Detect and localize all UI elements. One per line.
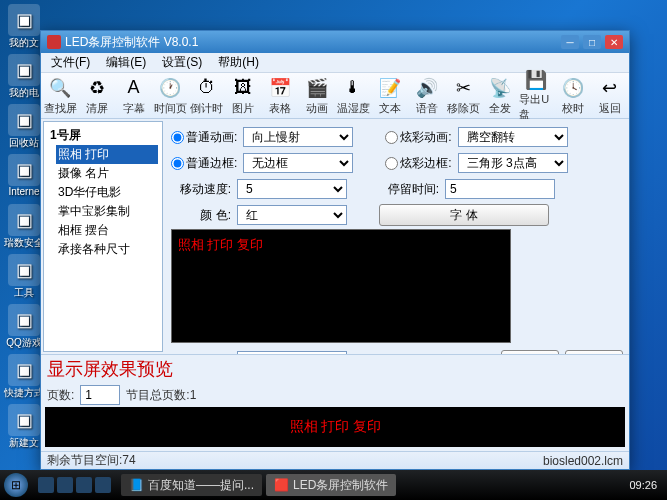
text-preview: 照相 打印 复印 [171,229,511,343]
menu-item[interactable]: 帮助(H) [212,52,265,73]
toolbar-全发[interactable]: 📡全发 [483,75,518,117]
desktop-icon-label: 我的文 [9,36,39,50]
toolbar-清屏[interactable]: ♻清屏 [80,75,115,117]
toolbar-label: 返回 [599,101,621,116]
toolbar-校时[interactable]: 🕓校时 [556,75,591,117]
desktop-icon[interactable]: ▣QQ游戏 [4,304,44,350]
window-title: LED条屏控制软件 V8.0.1 [65,34,561,51]
清屏-icon: ♻ [85,76,109,100]
desktop-icon-label: Interne [8,186,39,197]
desktop-icon[interactable]: ▣新建文 [4,404,44,450]
stay-label: 停留时间: [379,181,439,198]
taskbar-item[interactable]: 📘百度知道——提问... [121,474,262,496]
tree-item[interactable]: 摄像 名片 [56,164,158,183]
clock[interactable]: 09:26 [623,479,663,491]
stay-input[interactable] [445,179,555,199]
font-button[interactable]: 字 体 [379,204,549,226]
anim-cool-radio[interactable] [385,131,398,144]
total-pages-label: 节目总页数:1 [126,387,196,404]
status-right: biosled002.lcm [543,454,623,468]
tree-item[interactable]: 3D华仔电影 [56,183,158,202]
preview-title: 显示屏效果预览 [47,357,173,381]
toolbar-label: 全发 [489,101,511,116]
anim-normal-radio[interactable] [171,131,184,144]
ql-icon[interactable] [57,477,73,493]
desktop-icon-label: 我的电 [9,86,39,100]
close-button[interactable]: ✕ [605,35,623,49]
toolbar-查找屏[interactable]: 🔍查找屏 [43,75,78,117]
desktop-icon[interactable]: ▣我的文 [4,4,44,50]
toolbar-表格[interactable]: 📅表格 [263,75,298,117]
toolbar-返回[interactable]: ↩返回 [592,75,627,117]
toolbar-导出U盘[interactable]: 💾导出U盘 [519,75,554,117]
menu-item[interactable]: 编辑(E) [100,52,152,73]
toolbar-时间页[interactable]: 🕐时间页 [153,75,188,117]
全发-icon: 📡 [488,76,512,100]
taskbar-item-icon: 🟥 [274,478,289,492]
toolbar-动画[interactable]: 🎬动画 [299,75,334,117]
动画-icon: 🎬 [305,76,329,100]
speed-select[interactable]: 5 [237,179,347,199]
status-bar: 剩余节目空间:74 biosled002.lcm [41,451,629,469]
toolbar-label: 移除页 [447,101,480,116]
ql-icon[interactable] [38,477,54,493]
color-select[interactable]: 红 [237,205,347,225]
tree-root[interactable]: 1号屏 [48,126,158,145]
ql-icon[interactable] [76,477,92,493]
border-normal-select[interactable]: 无边框 [243,153,353,173]
desktop-icon[interactable]: ▣工具 [4,254,44,300]
anim-normal-select[interactable]: 向上慢射 [243,127,353,147]
toolbar-移除页[interactable]: ✂移除页 [446,75,481,117]
anim-cool-label: 炫彩动画: [400,129,451,146]
ql-icon[interactable] [95,477,111,493]
tree-item[interactable]: 掌中宝影集制 [56,202,158,221]
toolbar: 🔍查找屏♻清屏A字幕🕐时间页⏱倒计时🖼图片📅表格🎬动画🌡温湿度📝文本🔊语音✂移除… [41,73,629,119]
desktop-icon[interactable]: ▣Interne [4,154,44,200]
maximize-button[interactable]: □ [583,35,601,49]
toolbar-字幕[interactable]: A字幕 [116,75,151,117]
border-normal-radio[interactable] [171,157,184,170]
语音-icon: 🔊 [415,76,439,100]
border-cool-label: 炫彩边框: [400,155,451,172]
toolbar-图片[interactable]: 🖼图片 [226,75,261,117]
desktop-icon[interactable]: ▣瑞数安全 [4,204,44,250]
pages-input[interactable] [80,385,120,405]
menu-item[interactable]: 设置(S) [156,52,208,73]
start-button[interactable]: ⊞ [4,473,28,497]
speed-label: 移动速度: [171,181,231,198]
toolbar-语音[interactable]: 🔊语音 [409,75,444,117]
taskbar: ⊞ 📘百度知道——提问...🟥LED条屏控制软件 09:26 [0,470,667,500]
border-cool-radio[interactable] [385,157,398,170]
minimize-button[interactable]: ─ [561,35,579,49]
desktop-icon-label: 回收站 [9,136,39,150]
desktop-icon-image: ▣ [8,304,40,336]
desktop-icon-label: 快捷方式 [4,386,44,400]
tree-item[interactable]: 承接各种尺寸 [56,240,158,259]
toolbar-label: 动画 [306,101,328,116]
desktop-icon-image: ▣ [8,254,40,286]
desktop-icon-label: QQ游戏 [6,336,42,350]
desktop-icon[interactable]: ▣快捷方式 [4,354,44,400]
校时-icon: 🕓 [561,76,585,100]
查找屏-icon: 🔍 [48,76,72,100]
时间页-icon: 🕐 [158,76,182,100]
tree-item[interactable]: 相框 摆台 [56,221,158,240]
返回-icon: ↩ [598,76,622,100]
anim-cool-select[interactable]: 腾空翻转 [458,127,568,147]
anim-normal-label: 普通动画: [186,129,237,146]
preview-header: 显示屏效果预览 [41,355,629,383]
tree-item[interactable]: 照相 打印 [56,145,158,164]
pages-label: 页数: [47,387,74,404]
toolbar-文本[interactable]: 📝文本 [373,75,408,117]
menu-item[interactable]: 文件(F) [45,52,96,73]
toolbar-label: 查找屏 [44,101,77,116]
taskbar-item[interactable]: 🟥LED条屏控制软件 [266,474,396,496]
toolbar-label: 语音 [416,101,438,116]
toolbar-label: 导出U盘 [519,92,554,122]
desktop-icon[interactable]: ▣回收站 [4,104,44,150]
border-cool-select[interactable]: 三角形 3点高 [458,153,568,173]
desktop-icon[interactable]: ▣我的电 [4,54,44,100]
color-label: 颜 色: [171,207,231,224]
toolbar-倒计时[interactable]: ⏱倒计时 [190,75,225,117]
toolbar-温湿度[interactable]: 🌡温湿度 [336,75,371,117]
